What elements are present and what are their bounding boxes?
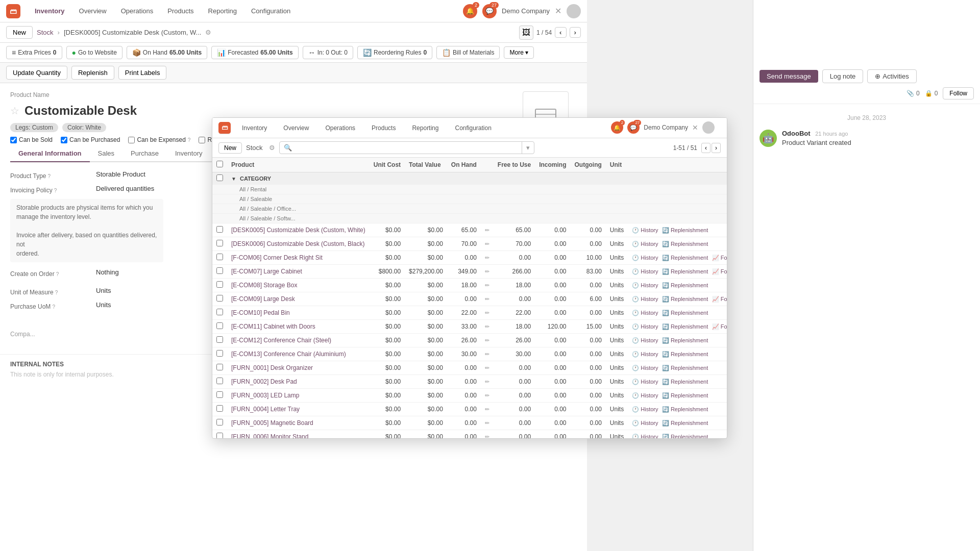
edit-icon-cell[interactable]: ✏ [481,237,494,251]
forecast-link[interactable]: 📈 Forecast [712,323,727,330]
overlay-nav-overview[interactable]: Overview [278,122,314,134]
activities-btn[interactable]: ⊕ Activities [867,69,916,83]
edit-icon-cell[interactable]: ✏ [481,334,494,347]
replenishment-link[interactable]: 🔄 Replenishment [662,351,708,357]
overlay-search-input[interactable] [296,142,522,154]
overlay-close-btn[interactable]: ✕ [692,123,698,132]
row-checkbox-12[interactable] [216,391,223,398]
history-link[interactable]: 🕐 History [632,310,658,316]
edit-icon-cell[interactable]: ✏ [481,347,494,361]
update-quantity-btn[interactable]: Update Quantity [6,66,67,80]
breadcrumb-stock[interactable]: Stock [37,29,54,36]
overlay-next-btn[interactable]: › [712,143,721,153]
edit-icon-cell[interactable]: ✏ [481,279,494,292]
product-name-cell[interactable]: [FURN_0005] Magnetic Board [227,416,370,430]
overlay-notif-1[interactable]: 🔔 2 [611,121,623,134]
row-checkbox-8[interactable] [216,336,223,343]
row-checkbox-9[interactable] [216,350,223,357]
notification-bell-1[interactable]: 🔔 2 [463,4,477,18]
replenishment-link[interactable]: 🔄 Replenishment [662,406,708,412]
create-on-order-value[interactable]: Nothing [96,268,119,276]
tag-color-white[interactable]: Color: White [62,123,106,132]
history-link[interactable]: 🕐 History [632,241,658,247]
row-checkbox-3[interactable] [216,267,223,274]
on-hand-btn[interactable]: 📦 On Hand 65.00 Units [127,46,207,59]
tab-purchase[interactable]: Purchase [122,145,167,162]
history-link[interactable]: 🕐 History [632,282,658,288]
settings-gear-icon[interactable]: ⚙ [205,29,211,36]
purchase-uom-value[interactable]: Units [96,301,111,309]
replenishment-link[interactable]: 🔄 Replenishment [662,227,708,233]
col-incoming[interactable]: Incoming [535,158,570,172]
replenishment-link[interactable]: 🔄 Replenishment [662,434,708,438]
history-link[interactable]: 🕐 History [632,296,658,302]
overlay-avatar[interactable] [702,121,715,134]
product-name-cell[interactable]: [DESK0006] Customizable Desk (Custom, Bl… [227,237,370,251]
nav-operations[interactable]: Operations [115,4,160,18]
forecast-link[interactable]: 📈 Forecast [712,296,727,302]
row-checkbox-10[interactable] [216,364,223,370]
sub-category-label[interactable]: All / Saleable [227,194,727,204]
replenishment-link[interactable]: 🔄 Replenishment [662,268,708,274]
replenishment-link[interactable]: 🔄 Replenishment [662,255,708,261]
tab-sales[interactable]: Sales [90,145,123,162]
nav-configuration[interactable]: Configuration [245,4,297,18]
forecasted-btn[interactable]: 📊 Forecasted 65.00 Units [211,46,298,59]
nav-products[interactable]: Products [161,4,200,18]
uom-value[interactable]: Units [96,287,111,294]
col-outgoing[interactable]: Outgoing [571,158,606,172]
product-name-cell[interactable]: [E-COM11] Cabinet with Doors [227,320,370,334]
row-checkbox-4[interactable] [216,281,223,288]
product-name-cell[interactable]: [FURN_0006] Monitor Stand [227,430,370,439]
replenishment-link[interactable]: 🔄 Replenishment [662,282,708,288]
history-link[interactable]: 🕐 History [632,420,658,426]
row-checkbox-2[interactable] [216,254,223,260]
notification-bell-2[interactable]: 💬 27 [482,4,497,18]
go-to-website-btn[interactable]: ● Go to Website [66,46,122,59]
reordering-rules-btn[interactable]: 🔄 Reordering Rules 0 [357,46,432,59]
invoicing-policy-value[interactable]: Delivered quantities [96,185,154,192]
edit-icon-cell[interactable]: ✏ [481,292,494,306]
nav-reporting[interactable]: Reporting [202,4,243,18]
product-name-cell[interactable]: [DESK0005] Customizable Desk (Custom, Wh… [227,223,370,237]
product-name-cell[interactable]: [E-COM09] Large Desk [227,292,370,306]
row-checkbox-14[interactable] [216,419,223,425]
nav-inventory[interactable]: Inventory [29,4,71,18]
row-checkbox-15[interactable] [216,433,223,438]
sub-category-label[interactable]: All / Rental [227,185,727,194]
replenishment-link[interactable]: 🔄 Replenishment [662,296,708,302]
in-out-btn[interactable]: ↔ In: 0 Out: 0 [303,46,353,59]
edit-icon-cell[interactable]: ✏ [481,430,494,439]
edit-icon-cell[interactable]: ✏ [481,361,494,375]
history-link[interactable]: 🕐 History [632,227,658,233]
overlay-new-btn[interactable]: New [218,142,242,154]
product-name-cell[interactable]: [FURN_0002] Desk Pad [227,375,370,389]
tab-inventory[interactable]: Inventory [167,145,210,162]
history-link[interactable]: 🕐 History [632,365,658,371]
replenishment-link[interactable]: 🔄 Replenishment [662,392,708,398]
prev-product-btn[interactable]: ‹ [555,27,566,38]
nav-overview[interactable]: Overview [73,4,113,18]
replenishment-link[interactable]: 🔄 Replenishment [662,323,708,330]
product-name-cell[interactable]: [F-COM06] Corner Desk Right Sit [227,251,370,265]
can-be-sold-checkbox[interactable]: Can be Sold [10,136,53,143]
replenishment-link[interactable]: 🔄 Replenishment [662,365,708,371]
edit-icon-cell[interactable]: ✏ [481,389,494,403]
replenishment-link[interactable]: 🔄 Replenishment [662,379,708,385]
row-checkbox-6[interactable] [216,309,223,315]
row-checkbox-7[interactable] [216,322,223,329]
replenishment-link[interactable]: 🔄 Replenishment [662,420,708,426]
next-product-btn[interactable]: › [570,27,581,38]
tab-general-information[interactable]: General Information [10,145,90,162]
edit-icon-cell[interactable]: ✏ [481,403,494,416]
app-logo[interactable]: 🗃 [6,4,20,18]
col-total-value[interactable]: Total Value [405,158,447,172]
history-link[interactable]: 🕐 History [632,337,658,343]
edit-icon-cell[interactable]: ✏ [481,251,494,265]
product-name-cell[interactable]: [E-COM12] Conference Chair (Steel) [227,334,370,347]
user-avatar[interactable] [567,4,581,18]
overlay-logo[interactable]: 🗃 [218,122,231,134]
follow-btn[interactable]: Follow [943,87,974,99]
edit-icon-cell[interactable]: ✏ [481,265,494,279]
product-name-cell[interactable]: [E-COM08] Storage Box [227,279,370,292]
